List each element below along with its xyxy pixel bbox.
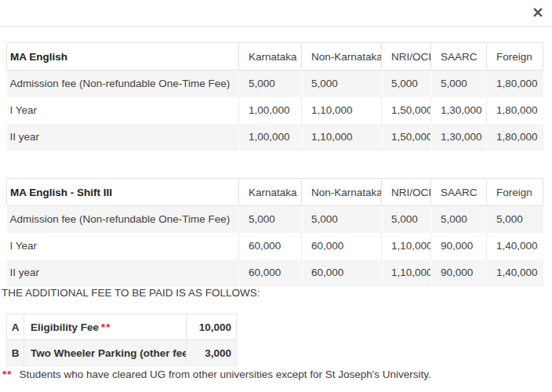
fee-value: 5,000 (239, 71, 302, 97)
fee-value: 3,000 (187, 340, 237, 366)
fee-label-text: Eligibility Fee (31, 321, 99, 333)
fee-value: 1,50,000 (382, 97, 431, 124)
row-label: Eligibility Fee** (24, 314, 187, 340)
column-header: NRI/OCI (382, 43, 431, 71)
row-label: Admission fee (Non-refundable One-Time F… (7, 71, 239, 97)
fee-value: 1,10,000 (382, 260, 431, 286)
row-label: I Year (7, 233, 239, 260)
column-header: Karnataka (239, 179, 302, 206)
fee-value: 5,000 (239, 206, 302, 233)
row-label: II year (7, 124, 239, 151)
table-row: Admission fee (Non-refundable One-Time F… (7, 71, 543, 97)
fee-value: 1,40,000 (487, 233, 543, 260)
fee-value: 5,000 (487, 206, 543, 233)
row-key: A (7, 314, 24, 340)
table-row: Admission fee (Non-refundable One-Time F… (7, 206, 543, 233)
fee-value: 1,80,000 (487, 124, 543, 151)
footnote-text: Students who have cleared UG from other … (20, 368, 431, 380)
fee-value: 60,000 (239, 260, 302, 286)
column-header: Foreign (487, 43, 543, 71)
fee-value: 1,10,000 (302, 124, 382, 151)
table-row: I Year 60,000 60,000 1,10,000 90,000 1,4… (7, 233, 543, 260)
column-header: SAARC (431, 43, 487, 71)
column-header: Non-Karnataka (302, 179, 382, 206)
table-title: MA English (7, 43, 239, 71)
additional-fee-table: A Eligibility Fee** 10,000 B Two Wheeler… (6, 314, 237, 366)
column-header: Karnataka (239, 43, 302, 71)
row-label: I Year (7, 97, 239, 124)
additional-fee-row: B Two Wheeler Parking (other fees) 3,000 (7, 340, 237, 366)
row-label: II year (7, 260, 239, 286)
footnote: **Students who have cleared UG from othe… (2, 368, 431, 380)
fee-value: 1,50,000 (382, 124, 431, 151)
fee-value: 1,00,000 (239, 97, 302, 124)
table-row: I Year 1,00,000 1,10,000 1,50,000 1,30,0… (7, 97, 543, 124)
fee-value: 1,00,000 (239, 124, 302, 151)
additional-fee-heading: THE ADDITIONAL FEE TO BE PAID IS AS FOLL… (2, 287, 260, 299)
fee-value: 60,000 (302, 233, 382, 260)
fee-value: 1,30,000 (431, 97, 487, 124)
table-row: II year 1,00,000 1,10,000 1,50,000 1,30,… (7, 124, 543, 151)
fee-value: 60,000 (239, 233, 302, 260)
fee-value: 5,000 (302, 206, 382, 233)
fee-value: 1,40,000 (487, 260, 543, 286)
table-header-row: MA English - Shift III Karnataka Non-Kar… (7, 179, 543, 206)
fee-table-ma-english-shift-3: MA English - Shift III Karnataka Non-Kar… (6, 178, 543, 286)
close-icon[interactable]: × (527, 2, 549, 22)
fee-value: 5,000 (431, 206, 487, 233)
table-row: II year 60,000 60,000 1,10,000 90,000 1,… (7, 260, 543, 286)
fee-value: 1,10,000 (302, 97, 382, 124)
fee-value: 10,000 (187, 314, 237, 340)
row-label: Admission fee (Non-refundable One-Time F… (7, 206, 239, 233)
fee-value: 1,10,000 (382, 233, 431, 260)
fee-value: 90,000 (431, 260, 487, 286)
fee-value: 5,000 (431, 71, 487, 97)
column-header: SAARC (431, 179, 487, 206)
fee-value: 1,80,000 (487, 97, 543, 124)
asterisk-marker: ** (101, 321, 111, 333)
fee-value: 90,000 (431, 233, 487, 260)
fee-value: 1,30,000 (431, 124, 487, 151)
table-title: MA English - Shift III (7, 179, 239, 206)
column-header: NRI/OCI (382, 179, 431, 206)
additional-fee-row: A Eligibility Fee** 10,000 (7, 314, 237, 340)
column-header: Non-Karnataka (302, 43, 382, 71)
fee-value: 1,80,000 (487, 71, 543, 97)
fee-table-ma-english: MA English Karnataka Non-Karnataka NRI/O… (6, 42, 543, 151)
fee-value: 5,000 (382, 206, 431, 233)
divider (0, 26, 552, 27)
row-label: Two Wheeler Parking (other fees) (24, 340, 187, 366)
footnote-marker: ** (2, 368, 13, 380)
fee-value: 60,000 (302, 260, 382, 286)
row-key: B (7, 340, 24, 366)
table-header-row: MA English Karnataka Non-Karnataka NRI/O… (7, 43, 543, 71)
column-header: Foreign (487, 179, 543, 206)
fee-value: 5,000 (382, 71, 431, 97)
fee-label-text: Two Wheeler Parking (other fees) (31, 347, 187, 359)
fee-value: 5,000 (302, 71, 382, 97)
